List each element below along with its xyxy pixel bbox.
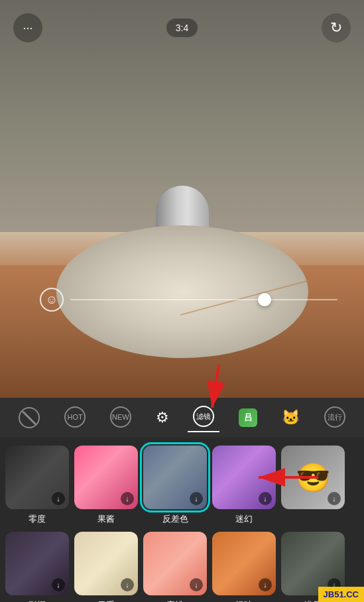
filter-label-lingdu: 零度	[29, 513, 46, 525]
filter-hot-item[interactable]: HOT	[59, 404, 91, 432]
gear-icon: ⚙	[156, 409, 169, 426]
filter-item-fengye[interactable]: ↓ 枫叶	[212, 532, 276, 602]
filter-label-fanchase: 反差色	[162, 513, 188, 525]
trending-icon: 流行	[324, 406, 345, 428]
download-icon-mitao: ↓	[190, 578, 203, 591]
filter-item-mihuan[interactable]: ↓ 迷幻	[212, 446, 276, 525]
filter-thumb-mitao: ↓	[143, 532, 207, 595]
download-icon-rixi: ↓	[121, 578, 134, 591]
filter-item-lingdu[interactable]: ↓ 零度	[5, 446, 69, 525]
filter-label-mihuan: 迷幻	[235, 513, 253, 525]
download-icon-guojiang: ↓	[121, 492, 134, 505]
filter-thumb-photo: 😎 ↓	[281, 446, 345, 509]
filter-lv-item[interactable]: 吕	[233, 406, 263, 430]
filter-row-2: ↓ 影棚 ↓ 日系 ↓ 蜜桃 ↓ 枫叶 ↓	[0, 529, 364, 602]
hot-icon: HOT	[64, 406, 86, 428]
download-icon-lingdu: ↓	[52, 492, 65, 505]
filter-row-1: ↓ 零度 ↓ 果酱 ↓ 反差色 ↓ 迷幻 😎	[0, 438, 364, 529]
filter-thumb-lingdu: ↓	[5, 446, 69, 509]
filter-panel: ↓ 零度 ↓ 果酱 ↓ 反差色 ↓ 迷幻 😎	[0, 438, 364, 602]
filter-thumb-gangfeng: ↓	[281, 532, 345, 595]
filter-label-fengye: 枫叶	[235, 599, 253, 602]
filter-cat-item[interactable]: 🐱	[276, 406, 305, 429]
brightness-slider-container: ☺	[40, 288, 337, 312]
filter-lens-icon: 滤镜	[193, 406, 214, 427]
filter-trending-item[interactable]: 流行	[319, 404, 351, 432]
no-filter-icon	[19, 407, 40, 428]
filter-item-yingpeng[interactable]: ↓ 影棚	[5, 532, 69, 602]
filter-item-mitao[interactable]: ↓ 蜜桃	[143, 532, 207, 602]
more-button[interactable]: ···	[13, 13, 42, 42]
filter-thumb-fanchase: ↓	[143, 446, 207, 509]
filter-item-rixi[interactable]: ↓ 日系	[74, 532, 138, 602]
filter-thumb-rixi: ↓	[74, 532, 138, 595]
ratio-badge[interactable]: 3:4	[166, 19, 198, 37]
filter-thumb-fengye: ↓	[212, 532, 276, 595]
filter-item-photo[interactable]: 😎 ↓	[281, 446, 345, 525]
filter-thumb-yingpeng: ↓	[5, 532, 69, 595]
top-bar: ··· 3:4 ↻	[0, 0, 364, 49]
cat-icon: 🐱	[282, 409, 300, 426]
filter-thumb-mihuan: ↓	[212, 446, 276, 509]
download-icon-photo: ↓	[328, 492, 341, 505]
lv-icon: 吕	[239, 408, 257, 427]
download-icon-yingpeng: ↓	[52, 578, 65, 591]
filter-item-guojiang[interactable]: ↓ 果酱	[74, 446, 138, 525]
new-icon: NEW	[110, 406, 131, 428]
filter-label-rixi: 日系	[97, 599, 115, 602]
filter-label-guojiang: 果酱	[97, 513, 115, 525]
camera-viewfinder: ··· 3:4 ↻ ☺	[0, 0, 364, 398]
watermark: JB51.CC	[318, 587, 364, 602]
filter-none-item[interactable]	[13, 404, 45, 431]
filter-filter-item[interactable]: 滤镜	[188, 403, 219, 432]
filter-gear-item[interactable]: ⚙	[151, 406, 174, 429]
filter-thumb-guojiang: ↓	[74, 446, 138, 509]
brightness-track[interactable]	[70, 299, 337, 300]
filter-item-fanchase[interactable]: ↓ 反差色	[143, 446, 207, 525]
download-icon-mihuan: ↓	[259, 492, 272, 505]
filter-label-yingpeng: 影棚	[29, 599, 46, 602]
filter-label-mitao: 蜜桃	[166, 599, 184, 602]
brightness-icon: ☺	[40, 288, 64, 312]
filter-category-bar: HOT NEW ⚙ 滤镜 吕 🐱 流行	[0, 398, 364, 438]
download-icon-fanchase: ↓	[190, 492, 203, 505]
download-icon-fengye: ↓	[259, 578, 272, 591]
brightness-thumb[interactable]	[258, 293, 271, 306]
filter-new-item[interactable]: NEW	[105, 404, 137, 432]
rotate-button[interactable]: ↻	[322, 13, 351, 42]
